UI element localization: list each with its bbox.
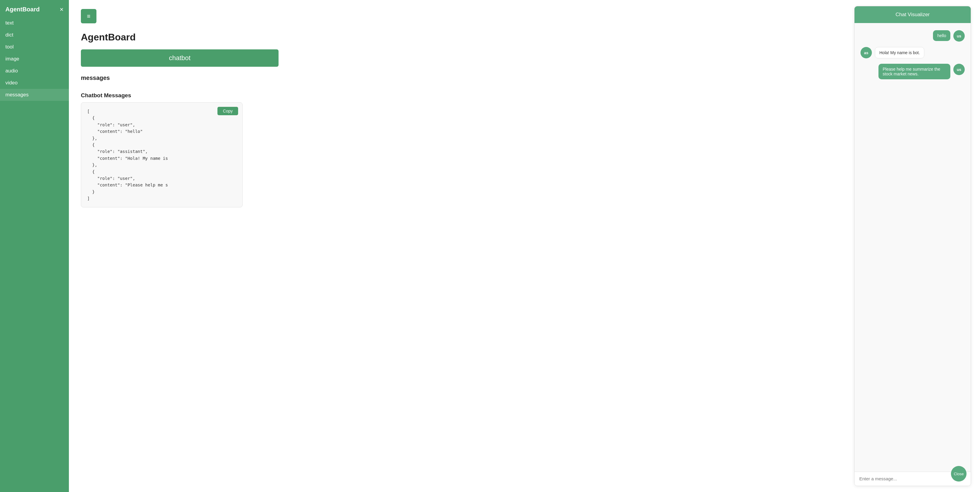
chat-bubble: Hola! My name is bot. [875, 47, 924, 58]
chat-avatar: us [953, 64, 965, 75]
chat-message-row: ushello [861, 30, 965, 41]
chat-input[interactable] [859, 476, 966, 481]
chat-message-row: asHola! My name is bot. [861, 47, 965, 58]
sidebar-close-button[interactable]: × [60, 6, 64, 13]
code-block-container: Copy [ { "role": "user", "content": "hel… [81, 102, 243, 207]
chatbot-messages-label: Chatbot Messages [81, 92, 968, 99]
sidebar-item-text[interactable]: text [0, 17, 69, 29]
sidebar-title: AgentBoard [5, 6, 40, 13]
main-content: ≡ AgentBoard chatbot messages Chatbot Me… [69, 0, 980, 492]
hamburger-button[interactable]: ≡ [81, 9, 97, 23]
chat-panel: Chat Visualizer ushelloasHola! My name i… [854, 6, 971, 486]
code-content: [ { "role": "user", "content": "hello" }… [87, 108, 236, 202]
chat-avatar: us [953, 30, 965, 41]
sidebar-item-dict[interactable]: dict [0, 29, 69, 41]
chat-bubble: hello [933, 30, 950, 41]
chat-avatar: as [861, 47, 872, 58]
sidebar-item-image[interactable]: image [0, 53, 69, 65]
chatbot-button[interactable]: chatbot [81, 49, 278, 67]
page-title: AgentBoard [81, 32, 968, 43]
chat-messages: ushelloasHola! My name is bot.usPlease h… [854, 23, 971, 471]
messages-section-label: messages [81, 75, 968, 81]
sidebar-item-messages[interactable]: messages [0, 89, 69, 101]
sidebar-item-video[interactable]: video [0, 77, 69, 89]
sidebar-nav: textdicttoolimageaudiovideomessages [0, 17, 69, 101]
chat-close-button[interactable]: Close [951, 466, 967, 481]
chat-panel-header: Chat Visualizer [854, 6, 971, 23]
sidebar-item-audio[interactable]: audio [0, 65, 69, 77]
sidebar-item-tool[interactable]: tool [0, 41, 69, 53]
chat-bubble: Please help me summarize the stock marke… [878, 64, 950, 79]
sidebar-header: AgentBoard × [0, 0, 69, 17]
sidebar: AgentBoard × textdicttoolimageaudiovideo… [0, 0, 69, 492]
hamburger-icon: ≡ [87, 13, 91, 20]
chat-message-row: usPlease help me summarize the stock mar… [861, 64, 965, 79]
copy-button[interactable]: Copy [218, 107, 238, 115]
